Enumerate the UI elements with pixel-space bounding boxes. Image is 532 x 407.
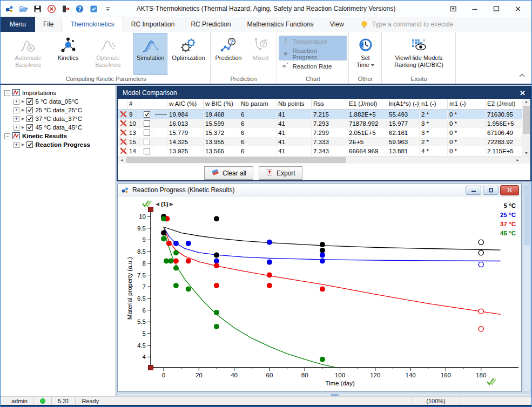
optimization-button[interactable]: Optimization xyxy=(169,33,208,75)
tree-checkbox[interactable] xyxy=(26,141,33,148)
tab-rc-importation[interactable]: RC Importation xyxy=(123,17,183,32)
save-icon[interactable] xyxy=(33,4,42,13)
column-header-0[interactable] xyxy=(118,99,127,109)
table-row-13[interactable]: 1315.77915.3726417.2992.051E+562.1613 *0… xyxy=(118,128,530,137)
table-horizontal-scrollbar[interactable]: ◂ ▸ xyxy=(118,156,530,164)
column-header-e1-j-mol[interactable]: E1 (J/mol) xyxy=(347,99,387,109)
model-checkbox[interactable] xyxy=(139,128,153,137)
open-file-icon[interactable] xyxy=(19,4,28,13)
tab-thermokinetics[interactable]: Thermokinetics xyxy=(62,17,123,32)
play-icon[interactable]: ▶ xyxy=(22,117,24,121)
play-icon[interactable]: ▶ xyxy=(22,108,24,112)
help-icon[interactable]: ? xyxy=(75,4,84,13)
table-row-15[interactable]: 1514.32513.9556417.3332E+559.9632 *0 *72… xyxy=(118,137,530,146)
tree-item-5-c-data-05-c[interactable]: +▶5 °C data_05°C xyxy=(14,97,115,106)
column-header-ln-a1-s[interactable]: ln(A1*s) (-) xyxy=(387,99,420,109)
chart-restore-icon[interactable] xyxy=(483,186,499,195)
tree-checkbox[interactable] xyxy=(26,116,33,122)
tree-item-importations[interactable]: −Importations xyxy=(4,89,115,97)
clear-all-button[interactable]: Clear all xyxy=(204,166,253,180)
expand-icon[interactable]: + xyxy=(14,107,19,113)
play-icon[interactable]: ▶ xyxy=(22,99,24,104)
view-hide-models-ranking-button[interactable]: View/Hide Models Ranking (AIC/BIC) xyxy=(383,33,454,75)
model-checkbox[interactable] xyxy=(139,110,153,119)
column-header-e2-j-mol[interactable]: E2 (J/mol) xyxy=(486,99,522,109)
tree-checkbox[interactable] xyxy=(26,124,33,131)
set-time-button[interactable]: Set Time xyxy=(351,33,380,75)
tab-menu[interactable]: Menu xyxy=(1,17,35,32)
chart-minimize-icon[interactable] xyxy=(466,186,481,195)
temperature-chart-button[interactable]: Temperature xyxy=(279,36,347,48)
mdi-vertical-thumb[interactable] xyxy=(524,185,530,245)
column-header-w-bic[interactable]: w BIC (%) xyxy=(204,99,239,109)
tab-file[interactable]: File xyxy=(35,17,62,32)
scroll-right-icon[interactable]: ▸ xyxy=(514,157,522,164)
mdi-vertical-scrollbar[interactable] xyxy=(523,184,531,392)
range-handle-bottom[interactable] xyxy=(149,365,153,370)
delete-model-button[interactable] xyxy=(118,128,127,137)
delete-model-button[interactable] xyxy=(118,146,127,155)
delete-model-button[interactable] xyxy=(118,119,127,128)
tree-checkbox[interactable] xyxy=(26,107,33,113)
model-checkbox[interactable] xyxy=(139,137,153,146)
prediction-button[interactable]: ? Prediction xyxy=(212,33,245,75)
table-row-9[interactable]: 919.98419.4686417.2151.882E+555.4932 *0 … xyxy=(118,110,530,119)
maximize-icon[interactable] xyxy=(493,5,500,12)
chart-close-icon[interactable] xyxy=(500,185,519,195)
play-icon[interactable]: ▶ xyxy=(22,143,24,147)
customize-toolbar-icon[interactable] xyxy=(103,4,112,13)
exit-icon[interactable] xyxy=(61,4,70,13)
scroll-up-icon[interactable]: ▴ xyxy=(522,99,530,104)
close-file-icon[interactable] xyxy=(47,4,56,13)
scroll-thumb[interactable] xyxy=(523,106,530,134)
tree-item-kinetic-results[interactable]: −Kinetic Results xyxy=(4,132,115,140)
model-checkbox[interactable] xyxy=(139,146,153,155)
kinetics-button[interactable]: Kinetics xyxy=(53,33,83,75)
close-icon[interactable] xyxy=(514,5,522,12)
column-header-3[interactable] xyxy=(153,99,167,109)
reaction-rate-chart-button[interactable]: ∝ʹ Reaction Rate xyxy=(279,60,347,73)
column-header-rss[interactable]: Rss xyxy=(312,99,347,109)
scroll-down-icon[interactable]: ▾ xyxy=(522,151,530,155)
table-vertical-scrollbar[interactable]: ▴ ▾ xyxy=(522,99,530,156)
range-handle-top[interactable] xyxy=(149,207,153,212)
tree-checkbox[interactable] xyxy=(26,98,33,105)
model-checkbox[interactable] xyxy=(139,119,153,128)
reaction-progress-chart-button[interactable]: ∝ Reaction Progress xyxy=(279,48,347,60)
simulation-button[interactable]: Simulation xyxy=(133,33,167,75)
tab-mathematics-functions[interactable]: Mathematics Functions xyxy=(239,17,321,32)
column-header-2[interactable] xyxy=(139,99,153,109)
collapse-ribbon-icon[interactable] xyxy=(519,70,525,79)
table-row-10[interactable]: 1016.01315.5996417.29371878.99215.9773 *… xyxy=(118,119,530,128)
delete-model-button[interactable] xyxy=(118,137,127,146)
tree-item-45-c-data-45-c[interactable]: +▶45 °C data_45°C xyxy=(14,123,115,132)
expand-icon[interactable]: + xyxy=(14,99,19,105)
tab-rc-prediction[interactable]: RC Prediction xyxy=(183,17,239,32)
play-icon[interactable]: ▶ xyxy=(22,125,24,130)
panel-close-icon[interactable]: ✕ xyxy=(520,90,526,97)
column-header-nb-param[interactable]: Nb param xyxy=(239,99,277,109)
export-button[interactable]: Export xyxy=(259,166,302,180)
optimize-baselines-button[interactable]: Optimize Baselines xyxy=(84,33,132,75)
mixed-button[interactable]: ? Mixed xyxy=(246,33,275,75)
expand-icon[interactable]: + xyxy=(14,116,19,122)
expand-icon[interactable]: + xyxy=(14,142,19,148)
command-bar[interactable]: Type a command to execute xyxy=(360,17,454,32)
scroll-left-icon[interactable]: ◂ xyxy=(118,157,126,164)
collapse-icon[interactable]: − xyxy=(4,133,10,139)
float-window-icon[interactable] xyxy=(449,5,457,12)
tree-item-25-c-data-25-c[interactable]: +▶25 °C data_25°C xyxy=(14,106,115,114)
collapse-icon[interactable]: − xyxy=(4,90,10,96)
chart-area[interactable]: 109.598.587.576.565.554.5402040608010012… xyxy=(118,196,521,391)
column-header-[interactable]: # xyxy=(127,99,139,109)
delete-model-button[interactable] xyxy=(118,110,127,119)
scroll-thumb-horizontal[interactable] xyxy=(126,157,346,163)
table-row-14[interactable]: 1413.92513.5656417.34366664.96913.8814 *… xyxy=(118,146,530,155)
tree-item-37-c-data-37-c[interactable]: +▶37 °C data_37°C xyxy=(14,114,115,123)
window-options-icon[interactable] xyxy=(89,4,98,13)
column-header-nb-points[interactable]: Nb points xyxy=(277,99,312,109)
column-header-n1[interactable]: n1 (-) xyxy=(420,99,448,109)
tree-item-reaction-progress[interactable]: +▶Reaction Progress xyxy=(14,140,115,149)
automatic-baselines-button[interactable]: Automatic Baselines xyxy=(4,33,52,75)
column-header-m1[interactable]: m1 (-) xyxy=(448,99,486,109)
